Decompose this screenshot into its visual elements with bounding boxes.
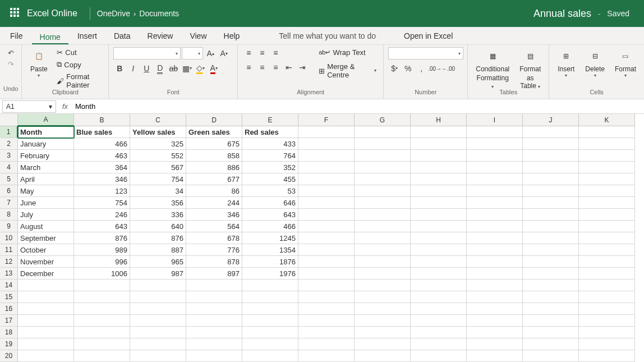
cell[interactable] xyxy=(467,256,523,268)
cell[interactable]: 346 xyxy=(186,209,242,221)
cell[interactable] xyxy=(74,350,130,362)
cell[interactable]: 463 xyxy=(74,150,130,162)
cell[interactable]: 346 xyxy=(74,173,130,185)
row-header[interactable]: 16 xyxy=(0,303,18,315)
cell[interactable] xyxy=(298,232,355,244)
font-name-select[interactable]: ▾ xyxy=(113,47,181,59)
cell[interactable]: 466 xyxy=(242,221,298,232)
cell[interactable] xyxy=(74,327,130,338)
cell[interactable] xyxy=(355,173,411,185)
cell[interactable]: 466 xyxy=(74,138,130,150)
cell[interactable] xyxy=(467,197,523,209)
cell[interactable]: 455 xyxy=(242,173,298,185)
increase-decimal-button[interactable]: .00→ xyxy=(429,63,441,74)
cell[interactable]: Green sales xyxy=(186,126,242,138)
cell[interactable] xyxy=(298,138,355,150)
cell[interactable] xyxy=(298,126,355,138)
cell[interactable]: 433 xyxy=(242,138,298,150)
cell[interactable] xyxy=(579,162,635,173)
tab-review[interactable]: Review xyxy=(140,27,181,44)
cell[interactable] xyxy=(579,209,635,221)
cell[interactable] xyxy=(579,232,635,244)
cell[interactable] xyxy=(467,291,523,303)
cell[interactable] xyxy=(467,162,523,173)
cell[interactable] xyxy=(523,138,579,150)
cell[interactable] xyxy=(411,138,467,150)
cell[interactable] xyxy=(355,197,411,209)
cell[interactable] xyxy=(523,303,579,315)
cell[interactable] xyxy=(355,303,411,315)
cell[interactable] xyxy=(18,291,74,303)
cell[interactable] xyxy=(467,209,523,221)
align-right-button[interactable]: ≡ xyxy=(269,62,282,73)
cell[interactable] xyxy=(355,268,411,279)
cell[interactable] xyxy=(18,338,74,350)
cell[interactable] xyxy=(579,185,635,197)
fill-color-button[interactable]: ◇▾ xyxy=(194,63,206,74)
cell[interactable]: 352 xyxy=(242,162,298,173)
cell[interactable] xyxy=(523,221,579,232)
cell[interactable] xyxy=(411,150,467,162)
cell[interactable] xyxy=(298,221,355,232)
cell[interactable] xyxy=(130,315,186,327)
redo-button[interactable]: ↷ xyxy=(5,58,16,70)
cell[interactable] xyxy=(298,209,355,221)
row-header[interactable]: 3 xyxy=(0,150,18,162)
font-color-button[interactable]: A▾ xyxy=(208,63,220,74)
row-header[interactable]: 2 xyxy=(0,138,18,150)
cell[interactable] xyxy=(355,232,411,244)
cell[interactable] xyxy=(467,279,523,291)
cell[interactable]: June xyxy=(18,197,74,209)
percent-button[interactable]: % xyxy=(402,63,414,74)
cell[interactable] xyxy=(130,350,186,362)
cell[interactable] xyxy=(467,268,523,279)
cell[interactable] xyxy=(523,256,579,268)
tab-view[interactable]: View xyxy=(182,27,214,44)
cell[interactable] xyxy=(411,268,467,279)
decrease-decimal-button[interactable]: ←.00 xyxy=(442,63,454,74)
cell[interactable] xyxy=(523,350,579,362)
cell[interactable] xyxy=(298,350,355,362)
align-bottom-button[interactable]: ≡ xyxy=(269,47,282,58)
cell[interactable]: Yellow sales xyxy=(130,126,186,138)
align-left-button[interactable]: ≡ xyxy=(242,62,255,73)
row-header[interactable]: 18 xyxy=(0,327,18,338)
open-in-excel-link[interactable]: Open in Excel xyxy=(396,27,461,44)
cell[interactable] xyxy=(74,303,130,315)
cell[interactable] xyxy=(579,315,635,327)
cell[interactable]: February xyxy=(18,150,74,162)
cell[interactable]: 987 xyxy=(130,268,186,279)
cell[interactable] xyxy=(579,126,635,138)
cell[interactable]: 356 xyxy=(130,197,186,209)
cell[interactable] xyxy=(18,279,74,291)
strikethrough-button[interactable]: ab xyxy=(167,63,180,74)
cell[interactable] xyxy=(74,338,130,350)
tab-insert[interactable]: Insert xyxy=(70,27,105,44)
cell[interactable] xyxy=(411,315,467,327)
cell[interactable] xyxy=(242,327,298,338)
cell[interactable]: 675 xyxy=(186,138,242,150)
cell[interactable]: July xyxy=(18,209,74,221)
cell[interactable]: 764 xyxy=(242,150,298,162)
cell[interactable] xyxy=(186,291,242,303)
cell[interactable] xyxy=(579,138,635,150)
cell[interactable] xyxy=(579,197,635,209)
shrink-font-button[interactable]: A▾ xyxy=(218,48,230,59)
cell[interactable]: 1006 xyxy=(74,268,130,279)
row-header[interactable]: 9 xyxy=(0,221,18,232)
increase-indent-button[interactable]: ⇥ xyxy=(296,62,309,73)
conditional-formatting-button[interactable]: ▦ Conditional Formatting ▾ xyxy=(472,47,513,91)
cell[interactable]: Month xyxy=(18,126,74,138)
wrap-text-button[interactable]: ab↵Wrap Text xyxy=(316,47,379,58)
cell[interactable] xyxy=(411,279,467,291)
cell[interactable] xyxy=(74,279,130,291)
format-as-table-button[interactable]: ▤ Format as Table ▾ xyxy=(516,47,544,91)
cell[interactable] xyxy=(523,232,579,244)
cell[interactable] xyxy=(579,327,635,338)
cell[interactable] xyxy=(298,279,355,291)
underline-button[interactable]: U xyxy=(140,63,153,74)
italic-button[interactable]: I xyxy=(127,63,139,74)
column-header-G[interactable]: G xyxy=(355,114,411,126)
column-header-I[interactable]: I xyxy=(467,114,523,126)
cell[interactable] xyxy=(355,185,411,197)
